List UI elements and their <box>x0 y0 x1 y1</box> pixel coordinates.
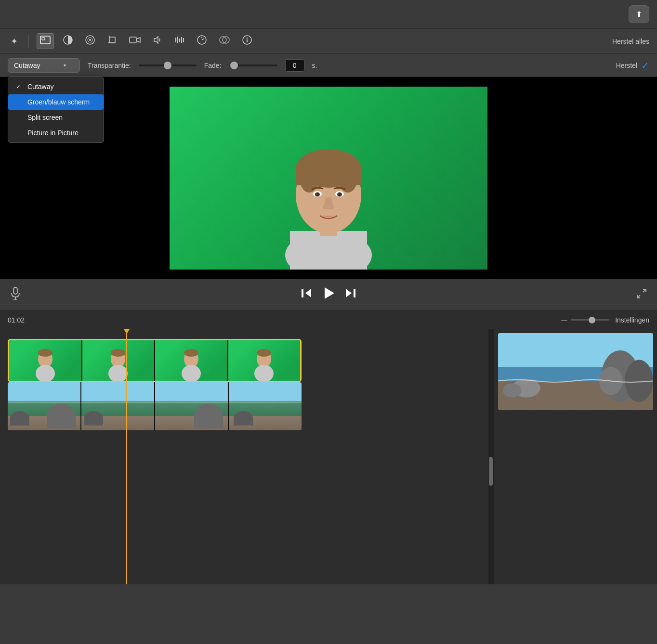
dropdown-item-pip[interactable]: Picture in Picture <box>8 125 104 141</box>
play-button[interactable] <box>322 286 335 303</box>
svg-point-48 <box>38 349 53 357</box>
svg-rect-14 <box>179 39 180 42</box>
color-wheel-icon[interactable] <box>82 33 98 50</box>
dropdown-item-cutaway[interactable]: ✓ Cutaway <box>8 79 104 94</box>
timeline-main <box>0 329 488 584</box>
playhead[interactable] <box>126 329 127 584</box>
crop-icon[interactable] <box>104 33 120 50</box>
rock-left <box>84 411 103 425</box>
transport-controls <box>301 286 356 303</box>
skip-forward-button[interactable] <box>345 288 356 301</box>
svg-point-55 <box>182 365 201 381</box>
transparantie-thumb[interactable] <box>164 62 171 69</box>
timecode-display: 01:02 <box>8 316 25 324</box>
toolbar-separator-1 <box>28 35 29 48</box>
playback-controls <box>0 279 657 310</box>
fade-slider[interactable] <box>229 64 277 66</box>
svg-point-51 <box>111 349 125 357</box>
beach-thumbnail-svg <box>498 333 653 410</box>
dropdown-item-label: Cutaway <box>27 83 53 90</box>
herstel-check-icon[interactable]: ✓ <box>641 60 649 71</box>
svg-point-66 <box>503 383 522 397</box>
svg-marker-43 <box>346 289 352 297</box>
svg-marker-40 <box>305 289 311 297</box>
skip-back-button[interactable] <box>301 288 312 301</box>
speed-icon[interactable] <box>194 33 210 50</box>
water-line <box>155 402 228 403</box>
timeline-scrollbar[interactable] <box>488 329 493 584</box>
person-silhouette <box>271 106 386 270</box>
instellingen-button[interactable]: Instellingen <box>615 316 649 324</box>
svg-line-19 <box>202 39 204 40</box>
fullscreen-icon[interactable] <box>636 288 647 302</box>
water-line <box>8 402 80 403</box>
camera-icon[interactable] <box>126 34 144 49</box>
dropdown-current-label: Cutaway <box>14 62 40 69</box>
duration-input[interactable] <box>285 59 304 72</box>
water-line <box>229 402 302 403</box>
dropdown-item-label: Groen/blauw scherm <box>27 98 90 106</box>
chevron-down-icon: ▾ <box>64 63 66 68</box>
zoom-out-icon[interactable]: — <box>561 317 567 323</box>
dropdown-item-groen[interactable]: Groen/blauw scherm <box>8 94 104 110</box>
video-overlay-icon[interactable] <box>37 33 54 49</box>
beach-segment-2 <box>81 382 154 430</box>
beach-segment-4 <box>229 382 302 430</box>
blend-icon[interactable] <box>216 33 233 50</box>
beach-clip[interactable] <box>8 382 302 430</box>
timeline-right-panel <box>493 329 657 584</box>
controls-bar: Cutaway ▾ ✓ Cutaway Groen/blauw scherm S… <box>0 54 657 77</box>
svg-point-36 <box>337 193 342 197</box>
scrollbar-thumb[interactable] <box>489 457 493 486</box>
upper-clip-track <box>8 339 481 382</box>
herstel-label: Herstel <box>616 62 637 69</box>
dropdown-item-label: Split screen <box>27 114 63 121</box>
svg-point-35 <box>315 193 320 197</box>
rock-right <box>194 404 223 428</box>
overlay-type-dropdown[interactable]: Cutaway ▾ ✓ Cutaway Groen/blauw scherm S… <box>8 58 80 73</box>
color-correction-icon[interactable] <box>60 33 76 50</box>
fade-label: Fade: <box>204 62 222 69</box>
dropdown-item-split[interactable]: Split screen <box>8 110 104 125</box>
zoom-slider[interactable]: — <box>561 317 609 323</box>
svg-point-58 <box>254 365 274 381</box>
beach-segment-1 <box>8 382 80 430</box>
transparantie-slider[interactable] <box>139 64 197 66</box>
clip-segment-1 <box>9 340 81 381</box>
dropdown-item-label: Picture in Picture <box>27 129 79 137</box>
top-bar: ⬆ <box>0 0 657 29</box>
audio-icon[interactable] <box>149 33 166 50</box>
rock-right <box>47 404 76 428</box>
dropdown-menu: ✓ Cutaway Groen/blauw scherm Split scree… <box>8 77 104 143</box>
svg-marker-42 <box>325 287 334 299</box>
clip-segment-4 <box>228 340 301 381</box>
zoom-track[interactable] <box>571 319 609 321</box>
clip-person-thumb <box>252 347 276 381</box>
export-button[interactable]: ⬆ <box>629 5 649 23</box>
equalizer-icon[interactable] <box>171 34 188 49</box>
microphone-icon[interactable] <box>10 286 21 303</box>
magic-wand-icon[interactable]: ✦ <box>8 34 21 49</box>
rock-left <box>234 411 253 425</box>
herstel-right-group: Herstel ✓ <box>616 60 649 71</box>
clip-person-thumb <box>33 347 57 381</box>
svg-marker-10 <box>136 38 140 42</box>
svg-point-5 <box>89 39 91 41</box>
svg-rect-1 <box>42 38 45 40</box>
toolbar: ✦ <box>0 29 657 54</box>
svg-rect-9 <box>130 37 136 43</box>
svg-rect-41 <box>302 289 303 297</box>
svg-marker-11 <box>154 37 158 43</box>
svg-point-52 <box>108 365 128 381</box>
dropdown-button[interactable]: Cutaway ▾ <box>8 58 80 73</box>
timeline-right-controls: — Instellingen <box>561 316 649 324</box>
timeline-area <box>0 329 657 584</box>
water-line <box>81 402 154 403</box>
svg-rect-37 <box>13 287 17 294</box>
herstel-alles-button[interactable]: Herstel alles <box>612 38 649 45</box>
zoom-thumb[interactable] <box>589 317 595 323</box>
green-screen-clip[interactable] <box>8 339 302 382</box>
info-icon[interactable] <box>239 33 255 50</box>
fade-thumb[interactable] <box>230 62 238 69</box>
beach-thumbnail <box>498 333 653 410</box>
